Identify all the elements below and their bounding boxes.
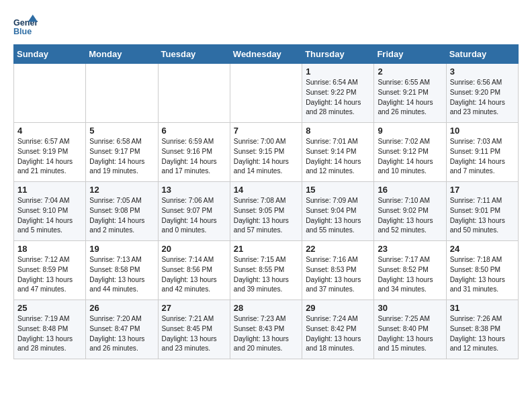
day-info: Sunrise: 7:20 AMSunset: 8:47 PMDaylight:… xyxy=(89,314,154,354)
calendar-cell xyxy=(86,64,158,123)
calendar-cell: 29Sunrise: 7:24 AMSunset: 8:42 PMDayligh… xyxy=(302,300,374,359)
calendar-cell: 30Sunrise: 7:25 AMSunset: 8:40 PMDayligh… xyxy=(374,300,446,359)
day-number: 26 xyxy=(89,303,154,313)
calendar-cell: 10Sunrise: 7:03 AMSunset: 9:11 PMDayligh… xyxy=(446,123,518,182)
calendar-cell: 6Sunrise: 6:59 AMSunset: 9:16 PMDaylight… xyxy=(158,123,230,182)
day-info: Sunrise: 7:23 AMSunset: 8:43 PMDaylight:… xyxy=(234,314,298,354)
day-number: 25 xyxy=(17,303,82,313)
day-number: 30 xyxy=(378,303,442,313)
day-info: Sunrise: 7:11 AMSunset: 9:01 PMDaylight:… xyxy=(450,196,515,236)
day-info: Sunrise: 7:21 AMSunset: 8:45 PMDaylight:… xyxy=(162,314,226,354)
day-number: 24 xyxy=(450,244,515,254)
calendar-cell: 13Sunrise: 7:06 AMSunset: 9:07 PMDayligh… xyxy=(158,182,230,241)
calendar-cell: 17Sunrise: 7:11 AMSunset: 9:01 PMDayligh… xyxy=(446,182,518,241)
day-number: 5 xyxy=(89,126,154,136)
day-info: Sunrise: 7:08 AMSunset: 9:05 PMDaylight:… xyxy=(234,196,298,236)
day-number: 29 xyxy=(306,303,370,313)
calendar-cell: 22Sunrise: 7:16 AMSunset: 8:53 PMDayligh… xyxy=(302,241,374,300)
day-number: 1 xyxy=(306,66,370,77)
calendar-cell xyxy=(14,64,86,123)
weekday-header: Saturday xyxy=(446,45,518,64)
day-info: Sunrise: 7:13 AMSunset: 8:58 PMDaylight:… xyxy=(89,255,154,295)
day-info: Sunrise: 7:03 AMSunset: 9:11 PMDaylight:… xyxy=(450,137,515,177)
weekday-header: Tuesday xyxy=(158,45,230,64)
calendar-cell: 1Sunrise: 6:54 AMSunset: 9:22 PMDaylight… xyxy=(302,64,374,123)
calendar-cell: 14Sunrise: 7:08 AMSunset: 9:05 PMDayligh… xyxy=(230,182,302,241)
calendar-cell: 28Sunrise: 7:23 AMSunset: 8:43 PMDayligh… xyxy=(230,300,302,359)
calendar-cell: 16Sunrise: 7:10 AMSunset: 9:02 PMDayligh… xyxy=(374,182,446,241)
day-number: 16 xyxy=(378,185,442,195)
day-info: Sunrise: 7:04 AMSunset: 9:10 PMDaylight:… xyxy=(17,196,82,236)
day-number: 7 xyxy=(234,126,298,136)
weekday-header: Friday xyxy=(374,45,446,64)
calendar-cell: 31Sunrise: 7:26 AMSunset: 8:38 PMDayligh… xyxy=(446,300,518,359)
day-number: 28 xyxy=(234,303,298,313)
day-number: 27 xyxy=(162,303,226,313)
day-number: 19 xyxy=(89,244,154,254)
calendar-cell: 11Sunrise: 7:04 AMSunset: 9:10 PMDayligh… xyxy=(14,182,86,241)
day-number: 31 xyxy=(450,303,515,313)
weekday-header: Wednesday xyxy=(230,45,302,64)
day-info: Sunrise: 7:26 AMSunset: 8:38 PMDaylight:… xyxy=(450,314,515,354)
calendar-cell: 7Sunrise: 7:00 AMSunset: 9:15 PMDaylight… xyxy=(230,123,302,182)
day-number: 17 xyxy=(450,185,515,195)
day-info: Sunrise: 7:12 AMSunset: 8:59 PMDaylight:… xyxy=(17,255,82,295)
day-info: Sunrise: 6:55 AMSunset: 9:21 PMDaylight:… xyxy=(378,78,442,118)
page-header: General Blue xyxy=(13,13,519,38)
calendar-table: SundayMondayTuesdayWednesdayThursdayFrid… xyxy=(13,44,519,359)
day-info: Sunrise: 7:15 AMSunset: 8:55 PMDaylight:… xyxy=(234,255,298,295)
weekday-header: Monday xyxy=(86,45,158,64)
day-info: Sunrise: 7:18 AMSunset: 8:50 PMDaylight:… xyxy=(450,255,515,295)
day-number: 20 xyxy=(162,244,226,254)
day-info: Sunrise: 7:24 AMSunset: 8:42 PMDaylight:… xyxy=(306,314,370,354)
day-number: 23 xyxy=(378,244,442,254)
calendar-cell: 23Sunrise: 7:17 AMSunset: 8:52 PMDayligh… xyxy=(374,241,446,300)
day-number: 8 xyxy=(306,126,370,136)
calendar-cell: 12Sunrise: 7:05 AMSunset: 9:08 PMDayligh… xyxy=(86,182,158,241)
day-info: Sunrise: 7:02 AMSunset: 9:12 PMDaylight:… xyxy=(378,137,442,177)
day-info: Sunrise: 7:00 AMSunset: 9:15 PMDaylight:… xyxy=(234,137,298,177)
day-number: 14 xyxy=(234,185,298,195)
day-info: Sunrise: 6:56 AMSunset: 9:20 PMDaylight:… xyxy=(450,78,515,118)
calendar-cell: 8Sunrise: 7:01 AMSunset: 9:14 PMDaylight… xyxy=(302,123,374,182)
day-number: 11 xyxy=(17,185,82,195)
day-info: Sunrise: 7:01 AMSunset: 9:14 PMDaylight:… xyxy=(306,137,370,177)
day-number: 12 xyxy=(89,185,154,195)
day-info: Sunrise: 6:54 AMSunset: 9:22 PMDaylight:… xyxy=(306,78,370,118)
day-info: Sunrise: 7:06 AMSunset: 9:07 PMDaylight:… xyxy=(162,196,226,236)
calendar-cell: 15Sunrise: 7:09 AMSunset: 9:04 PMDayligh… xyxy=(302,182,374,241)
calendar-cell: 9Sunrise: 7:02 AMSunset: 9:12 PMDaylight… xyxy=(374,123,446,182)
day-info: Sunrise: 7:17 AMSunset: 8:52 PMDaylight:… xyxy=(378,255,442,295)
day-info: Sunrise: 7:10 AMSunset: 9:02 PMDaylight:… xyxy=(378,196,442,236)
day-number: 10 xyxy=(450,126,515,136)
day-number: 9 xyxy=(378,126,442,136)
day-info: Sunrise: 7:16 AMSunset: 8:53 PMDaylight:… xyxy=(306,255,370,295)
day-number: 15 xyxy=(306,185,370,195)
calendar-cell: 2Sunrise: 6:55 AMSunset: 9:21 PMDaylight… xyxy=(374,64,446,123)
calendar-cell: 25Sunrise: 7:19 AMSunset: 8:48 PMDayligh… xyxy=(14,300,86,359)
day-number: 13 xyxy=(162,185,226,195)
day-info: Sunrise: 6:59 AMSunset: 9:16 PMDaylight:… xyxy=(162,137,226,177)
calendar-cell: 21Sunrise: 7:15 AMSunset: 8:55 PMDayligh… xyxy=(230,241,302,300)
calendar-cell xyxy=(158,64,230,123)
day-info: Sunrise: 7:25 AMSunset: 8:40 PMDaylight:… xyxy=(378,314,442,354)
day-info: Sunrise: 6:58 AMSunset: 9:17 PMDaylight:… xyxy=(89,137,154,177)
day-number: 22 xyxy=(306,244,370,254)
logo-icon: General Blue xyxy=(13,13,38,38)
svg-text:Blue: Blue xyxy=(13,27,32,36)
calendar-cell: 27Sunrise: 7:21 AMSunset: 8:45 PMDayligh… xyxy=(158,300,230,359)
day-info: Sunrise: 6:57 AMSunset: 9:19 PMDaylight:… xyxy=(17,137,82,177)
day-number: 21 xyxy=(234,244,298,254)
calendar-cell: 19Sunrise: 7:13 AMSunset: 8:58 PMDayligh… xyxy=(86,241,158,300)
day-number: 4 xyxy=(17,126,82,136)
day-info: Sunrise: 7:14 AMSunset: 8:56 PMDaylight:… xyxy=(162,255,226,295)
day-info: Sunrise: 7:09 AMSunset: 9:04 PMDaylight:… xyxy=(306,196,370,236)
day-info: Sunrise: 7:05 AMSunset: 9:08 PMDaylight:… xyxy=(89,196,154,236)
logo: General Blue xyxy=(13,13,40,38)
day-number: 18 xyxy=(17,244,82,254)
day-info: Sunrise: 7:19 AMSunset: 8:48 PMDaylight:… xyxy=(17,314,82,354)
calendar-cell: 5Sunrise: 6:58 AMSunset: 9:17 PMDaylight… xyxy=(86,123,158,182)
calendar-cell: 18Sunrise: 7:12 AMSunset: 8:59 PMDayligh… xyxy=(14,241,86,300)
day-number: 3 xyxy=(450,66,515,77)
calendar-cell: 20Sunrise: 7:14 AMSunset: 8:56 PMDayligh… xyxy=(158,241,230,300)
